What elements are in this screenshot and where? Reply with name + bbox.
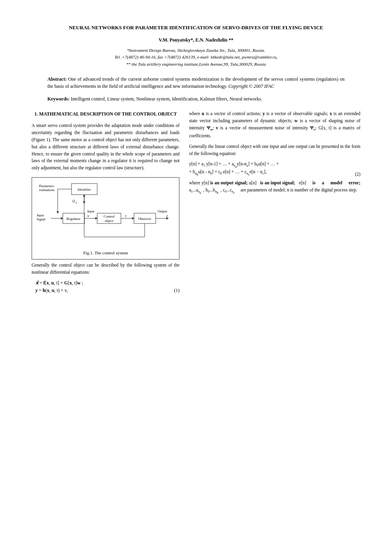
two-column-layout: 1. MATHEMATICAL DESCRIPTION OF THE CONTR…: [32, 110, 360, 296]
right-para2: Generally the linear control object with…: [189, 143, 360, 157]
copyright: Copyright © 2007 IFAC: [228, 83, 274, 89]
abstract-content: One of advanced trends of the current ai…: [47, 76, 345, 89]
section1-title: 1. MATHEMATICAL DESCRIPTION OF THE CONTR…: [32, 110, 179, 117]
eq1-line1: ẋ = f[x, u, t] + G[x, t]w ;: [36, 280, 83, 286]
svg-text:y: y: [166, 214, 168, 218]
svg-text:a: a: [75, 201, 77, 204]
svg-text:Observer: Observer: [138, 217, 151, 221]
affiliations: *Instrument Design Bureau, Shcheglovskay…: [32, 47, 360, 68]
control-system-diagram: Parameters estimations Identifier Q a In…: [36, 182, 170, 249]
figure-1-box: Parameters estimations Identifier Q a In…: [32, 177, 179, 260]
figure-caption: Fig.1. The control system: [36, 250, 175, 255]
svg-text:Input: Input: [37, 213, 44, 217]
equation-1: ẋ = f[x, u, t] + G[x, t]w ; y = h(x, u, …: [36, 280, 179, 294]
svg-text:Identifier: Identifier: [77, 188, 90, 191]
svg-text:object: object: [105, 219, 113, 223]
right-column: where u is a vector of control actions; …: [189, 110, 360, 296]
keywords-label: Keywords:: [47, 96, 70, 102]
authors: V.M. Ponyatsky*, E.N. Nadezhdin **: [32, 37, 360, 43]
eq2-line1: y[n] + a1 y[n-1] + … + anay[n-na] = b0u[…: [189, 161, 360, 169]
keywords-content: Intelligent control, Linear system, Nonl…: [71, 96, 262, 102]
eq1-content: ẋ = f[x, u, t] + G[x, t]w ; y = h(x, u, …: [36, 280, 83, 294]
left-column: 1. MATHEMATICAL DESCRIPTION OF THE CONTR…: [32, 110, 179, 296]
section1-para1: A smart servo control system provides th…: [32, 122, 179, 172]
affiliation-1: *Instrument Design Bureau, Shcheglovskay…: [32, 47, 360, 54]
page-title: NEURAL NETWORKS FOR PARAMETER IDENTIFICA…: [32, 24, 360, 32]
eq2-number: (2): [355, 172, 360, 176]
svg-text:estimations: estimations: [39, 188, 55, 192]
eq1-line2: y = h(x, u, t) + v,: [36, 288, 83, 294]
svg-text:Q: Q: [72, 199, 75, 203]
svg-text:x: x: [124, 214, 126, 218]
svg-text:Parameters: Parameters: [39, 184, 54, 188]
svg-text:Signal: Signal: [37, 217, 45, 221]
right-para3: where y[n] is an output signal; u[n] is …: [189, 180, 360, 195]
section1-para2: Generally the control object can be desc…: [32, 262, 179, 276]
svg-text:Output: Output: [158, 209, 167, 213]
svg-text:u: u: [87, 214, 89, 218]
affiliation-2: Tel. +7(4872) 46-94-16, fax +7(4872) 426…: [32, 54, 360, 61]
eq1-block: ẋ = f[x, u, t] + G[x, t]w ; y = h(x, u, …: [36, 280, 179, 294]
keywords-section: Keywords: Intelligent control, Linear sy…: [47, 95, 345, 102]
right-para1: where u is a vector of control actions; …: [189, 110, 360, 139]
eq1-number: (1): [174, 288, 179, 294]
equation-2: y[n] + a1 y[n-1] + … + anay[n-na] = b0u[…: [189, 161, 360, 176]
svg-text:Input: Input: [87, 209, 95, 213]
svg-text:Regulator: Regulator: [66, 217, 81, 221]
title-section: NEURAL NETWORKS FOR PARAMETER IDENTIFICA…: [32, 24, 360, 68]
eq2-line2: + bnbu[n - nb] + c0 e[n] + … + cnce[n − …: [189, 169, 360, 176]
abstract-text: Abstract: One of advanced trends of the …: [47, 76, 345, 90]
abstract-section: Abstract: One of advanced trends of the …: [47, 76, 345, 90]
affiliation-3: ** the Tula artillery engineering instit…: [32, 61, 360, 68]
abstract-label: Abstract:: [47, 76, 67, 82]
svg-text:Control: Control: [104, 214, 115, 218]
